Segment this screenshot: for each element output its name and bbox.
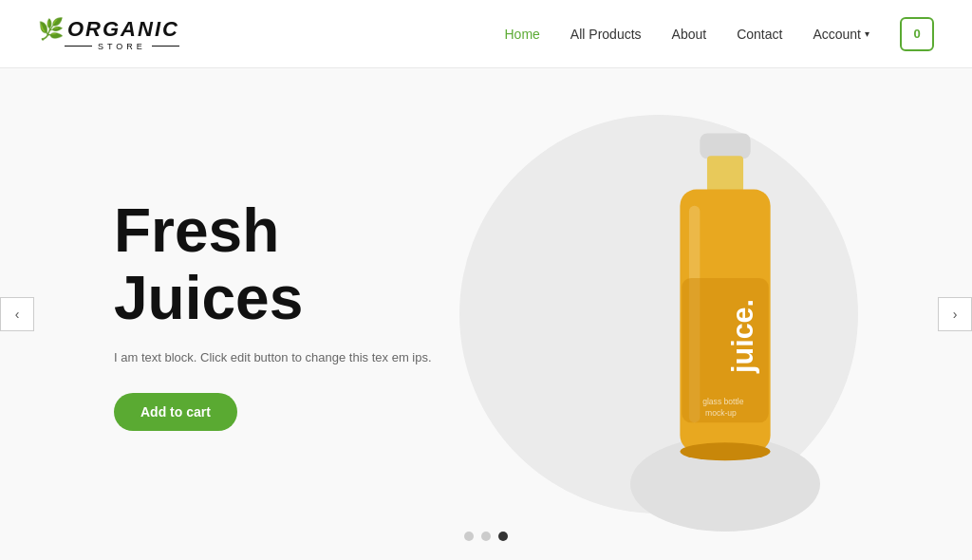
svg-rect-1 [707,156,743,192]
hero-title: Fresh Juices [114,197,475,331]
hero-section: Fresh Juices I am text block. Click edit… [0,68,972,560]
site-header: 🌿 ORGANIC STORE Home All Products About … [0,0,972,68]
svg-text:mock-up: mock-up [705,408,737,418]
next-arrow-icon: › [953,307,958,322]
logo: 🌿 ORGANIC STORE [38,17,179,51]
juice-bottle-svg: juice. glass bottle mock-up [649,124,801,504]
nav-about[interactable]: About [672,27,707,42]
hero-content: Fresh Juices I am text block. Click edit… [0,197,475,431]
nav-home[interactable]: Home [505,27,540,42]
svg-text:juice.: juice. [726,299,759,374]
hero-subtitle: I am text block. Click edit button to ch… [114,350,475,364]
svg-text:glass bottle: glass bottle [702,397,744,406]
prev-slide-button[interactable]: ‹ [0,297,34,331]
slide-dot-2[interactable] [481,532,491,541]
nav-account[interactable]: Account ▾ [813,27,869,42]
main-nav: Home All Products About Contact Account … [505,17,935,51]
logo-store-text: STORE [98,42,146,51]
cart-count: 0 [913,27,920,41]
leaf-icon: 🌿 [38,19,64,40]
nav-all-products[interactable]: All Products [570,27,642,42]
prev-arrow-icon: ‹ [15,307,20,322]
next-slide-button[interactable]: › [938,297,972,331]
svg-rect-0 [700,134,750,159]
add-to-cart-button[interactable]: Add to cart [114,393,237,431]
account-label: Account [813,27,861,42]
nav-contact[interactable]: Contact [737,27,782,42]
logo-organic-text: ORGANIC [67,17,179,42]
cart-button[interactable]: 0 [900,17,934,51]
slide-dot-1[interactable] [464,532,474,541]
slide-dots [464,532,508,541]
hero-product-image: juice. glass bottle mock-up [621,115,830,513]
slide-dot-3[interactable] [498,532,508,541]
chevron-down-icon: ▾ [865,28,869,39]
svg-point-8 [680,442,770,460]
